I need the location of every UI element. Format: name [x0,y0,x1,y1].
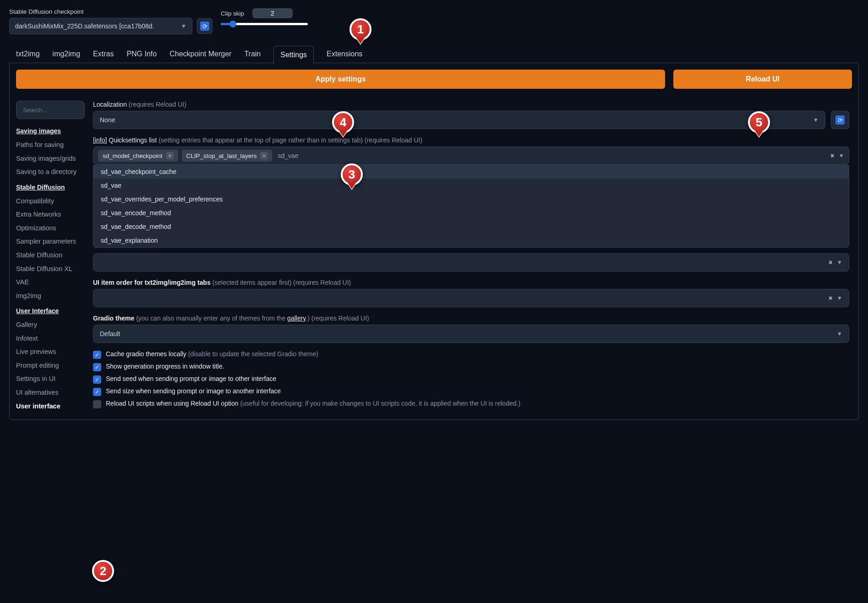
sidebar-item-user-interface[interactable]: User interface [16,400,85,413]
refresh-icon: ⟳ [835,115,845,125]
tab-txt2img[interactable]: txt2img [16,45,40,63]
sidebar-head-saving: Saving images [16,127,85,135]
sidebar-item-paths[interactable]: Paths for saving [16,138,85,152]
settings-search-input[interactable] [16,101,85,119]
dropdown-option[interactable]: sd_vae [93,179,849,192]
sidebar-item-sdxl[interactable]: Stable Diffusion XL [16,262,85,276]
dropdown-option[interactable]: sd_vae_encode_method [93,206,849,220]
sidebar-head-sd: Stable Diffusion [16,184,85,191]
settings-main: Localization (requires Reload UI) None ▼… [93,101,852,413]
ui-order-label: UI item order for txt2img/img2img tabs (… [93,279,849,286]
dropdown-option[interactable]: sd_vae_explanation [93,234,849,247]
sidebar-item-saving-dir[interactable]: Saving to a directory [16,165,85,179]
gradio-theme-value: Default [100,330,120,337]
clear-icon[interactable]: × [830,152,834,159]
sidebar-item-gallery[interactable]: Gallery [16,318,85,332]
reload-ui-button[interactable]: Reload UI [673,70,852,89]
sidebar-head-ui: User Interface [16,307,85,315]
quicksettings-token: CLIP_stop_at_last_layers × [182,150,273,162]
sidebar-item-sampler[interactable]: Sampler parameters [16,235,85,249]
tab-train[interactable]: Train [244,45,261,63]
dropdown-option[interactable]: sd_vae_overrides_per_model_preferences [93,192,849,206]
chevron-down-icon[interactable]: ▼ [837,259,842,266]
localization-select[interactable]: None ▼ [93,111,825,129]
annotation-marker-3: 3 [341,163,363,185]
remove-token-icon[interactable]: × [166,152,174,159]
checkbox-icon [93,400,101,408]
checkbox-icon: ✓ [93,351,101,359]
tab-img2img[interactable]: img2img [53,45,80,63]
sidebar-item-live-previews[interactable]: Live previews [16,345,85,359]
tab-checkpoint-merger[interactable]: Checkpoint Merger [169,45,231,63]
quicksettings-multiselect[interactable]: sd_model_checkpoint × CLIP_stop_at_last_… [93,147,849,165]
sidebar-item-extra-networks[interactable]: Extra Networks [16,208,85,222]
apply-settings-button[interactable]: Apply settings [16,70,665,89]
sidebar-item-img2img[interactable]: img2img [16,289,85,303]
hidden-tabs-multiselect[interactable]: × ▼ [93,253,849,272]
quicksettings-label: [info] Quicksettings list (setting entri… [93,136,849,144]
refresh-icon: ⟳ [200,22,209,31]
check-reload-ui-scripts[interactable]: Reload UI scripts when using Reload UI o… [93,400,849,408]
checkbox-icon: ✓ [93,375,101,384]
refresh-checkpoint-button[interactable]: ⟳ [197,18,213,34]
sidebar-item-settings-in-ui[interactable]: Settings in UI [16,372,85,386]
gradio-theme-label: Gradio theme (you can also manually ente… [93,315,849,322]
tab-extensions[interactable]: Extensions [327,45,362,63]
sidebar-item-prompt-editing[interactable]: Prompt editing [16,359,85,373]
checkbox-icon: ✓ [93,388,101,396]
gradio-theme-select[interactable]: Default ▼ [93,325,849,343]
check-progress-title[interactable]: ✓ Show generation progress in window tit… [93,363,849,371]
check-send-size[interactable]: ✓ Send size when sending prompt or image… [93,387,849,396]
top-bar: Stable Diffusion checkpoint darkSushiMix… [9,8,859,34]
sidebar-item-saving-images[interactable]: Saving images/grids [16,152,85,166]
chevron-down-icon: ▼ [837,331,842,337]
ui-order-multiselect[interactable]: × ▼ [93,289,849,307]
localization-label: Localization (requires Reload UI) [93,101,849,108]
annotation-marker-2: 2 [92,560,114,582]
check-send-seed[interactable]: ✓ Send seed when sending prompt or image… [93,375,849,384]
sidebar-item-sd[interactable]: Stable Diffusion [16,249,85,262]
quicksettings-input[interactable] [276,150,360,161]
refresh-localization-button[interactable]: ⟳ [831,111,849,129]
annotation-marker-1: 1 [349,18,371,40]
clear-icon[interactable]: × [829,259,832,266]
clip-skip-value[interactable]: 2 [252,8,293,18]
dropdown-option[interactable]: sd_vae_decode_method [93,220,849,234]
checkpoint-value: darkSushiMixMix_225D.safetensors [cca17b… [15,22,154,30]
sidebar-item-compat[interactable]: Compatibility [16,195,85,208]
chevron-down-icon: ▼ [181,23,186,29]
sidebar-item-optim[interactable]: Optimizations [16,222,85,235]
chevron-down-icon: ▼ [813,117,819,123]
remove-token-icon[interactable]: × [260,152,267,159]
check-cache-themes[interactable]: ✓ Cache gradio themes locally (disable t… [93,350,849,359]
main-tabs: txt2img img2img Extras PNG Info Checkpoi… [9,41,859,63]
tab-extras[interactable]: Extras [93,45,114,63]
clip-skip-slider[interactable] [221,20,308,27]
checkbox-icon: ✓ [93,363,101,371]
tab-settings[interactable]: Settings [273,46,314,64]
chevron-down-icon[interactable]: ▼ [837,295,842,301]
sidebar-item-infotext[interactable]: Infotext [16,332,85,346]
checkpoint-label: Stable Diffusion checkpoint [9,8,213,15]
tab-content: Apply settings Reload UI Saving images P… [9,63,859,420]
clip-skip-label: Clip skip [221,10,244,17]
clear-icon[interactable]: × [829,294,832,302]
tab-pnginfo[interactable]: PNG Info [126,45,157,63]
quicksettings-token: sd_model_checkpoint × [98,150,178,162]
checkpoint-select[interactable]: darkSushiMixMix_225D.safetensors [cca17b… [9,18,192,34]
quicksettings-dropdown: sd_vae_checkpoint_cache sd_vae sd_vae_ov… [93,165,849,248]
settings-sidebar: Saving images Paths for saving Saving im… [16,101,85,413]
annotation-marker-5: 5 [748,111,770,133]
chevron-down-icon[interactable]: ▼ [839,152,844,159]
annotation-marker-4: 4 [332,111,354,133]
dropdown-option[interactable]: sd_vae_checkpoint_cache [93,165,849,179]
localization-value: None [100,116,115,124]
sidebar-item-ui-alternatives[interactable]: UI alternatives [16,386,85,400]
sidebar-item-vae[interactable]: VAE [16,276,85,289]
